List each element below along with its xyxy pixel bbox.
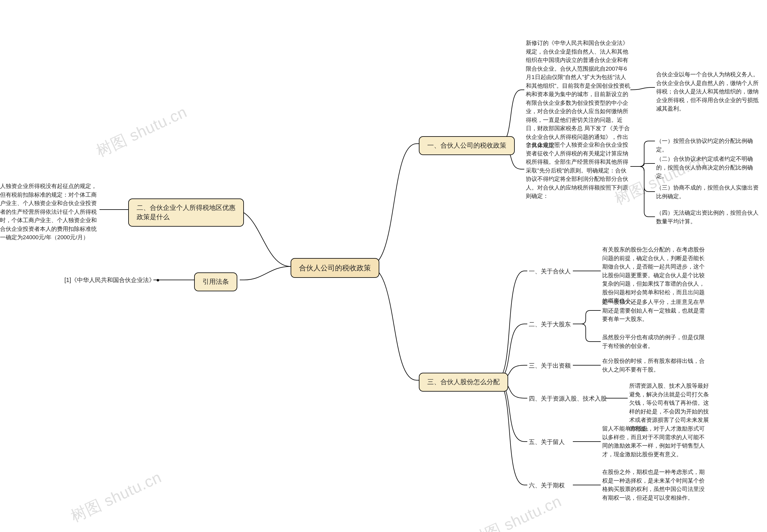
branch-1-l2: （二）合伙协议未约定或者约定不明确的，按照合伙人协商决定的分配比例确定。 (656, 155, 764, 181)
sub-5-title: 五、关于留人 (529, 438, 565, 446)
sub-3-title: 三、关于出资额 (529, 362, 571, 370)
branch-2-text: 人独资企业所得税没有起征点的规定，但有税前扣除标准的规定：对个体工商户业主、个人… (0, 182, 100, 242)
branch-1[interactable]: 一、合伙人公司的税收政策 (419, 136, 515, 155)
sub-5-text: 留人不能单靠股份，对于人才激励形式可以多样些，而且对于不同需求的人可能不同的激励… (602, 425, 707, 459)
sub-2-t1: 是一股独大还是多人平分，土匪意见在早期还是需要创始人有一定独裁，也就是需要有单一… (602, 298, 707, 324)
sub-1-title: 一、关于合伙人 (529, 267, 571, 275)
branch-3-title: 三、合伙人股份怎么分配 (427, 378, 500, 386)
watermark: 树图 shutu.cn (67, 467, 165, 527)
branch-ref-title: 引用法条 (203, 278, 229, 285)
connector-dot-icon (157, 279, 159, 281)
branch-3[interactable]: 三、合伙人股份怎么分配 (419, 373, 508, 392)
branch-ref[interactable]: 引用法条 (194, 272, 237, 291)
root-title: 合伙人公司的税收政策 (299, 264, 371, 272)
watermark: 树图 shutu.cn (93, 101, 190, 162)
branch-1-title: 一、合伙人公司的税收政策 (427, 142, 506, 149)
branch-1-l4: （四）无法确定出资比例的，按照合伙人数量平均计算。 (656, 209, 764, 226)
root-node[interactable]: 合伙人公司的税收政策 (291, 258, 379, 278)
sub-2-title: 二、关于大股东 (529, 320, 571, 328)
sub-2-t2: 虽然股分平分也有成功的例子，但是仅限于有经验的创业者。 (602, 333, 707, 350)
branch-1-l1: （一）按照合伙协议约定的分配比例确定。 (656, 137, 764, 154)
branch-2-subtitle: 政策是什么 (137, 213, 169, 221)
sub-6-text: 在股份之外，期权也是一种考虑形式，期权是一种选择权，是未来某个时间某个价格购买股… (602, 468, 707, 502)
branch-1-p1a: 合伙企业以每一个合伙人为纳税义务人。合伙企业合伙人是自然人的，缴纳个人所得税；合… (656, 70, 760, 113)
watermark: 树图 shutu.cn (467, 491, 565, 532)
sub-3-text: 在分股份的时候，所有股东都得出钱，合伙人之间不要有干股。 (602, 357, 707, 374)
sub-6-title: 六、关于期权 (529, 481, 565, 489)
branch-1-l3: （三）协商不成的，按照合伙人实缴出资比例确定。 (656, 184, 764, 201)
branch-ref-text: [1]《中华人民共和国合伙企业法》 (64, 276, 161, 284)
sub-4-title: 四、关于资源入股、技术入股 (529, 395, 607, 403)
branch-1-p1: 新修订的《中华人民共和国合伙企业法》规定，合伙企业是指自然人、法人和其他组织在中… (526, 39, 631, 150)
branch-2[interactable]: 二、合伙企业个人所得税地区优惠 政策是什么 (128, 198, 244, 227)
branch-2-title: 二、合伙企业个人所得税地区优惠 (137, 204, 236, 211)
branch-1-p2: 合伙企业按照个人独资企业和合伙企业投资者征收个人所得税的有关规定计算应纳税所得额… (526, 141, 631, 201)
sub-1-text: 有关股东的股份怎么分配的，在考虑股份问题的前提，确定合伙人，判断是否能长期做合伙… (602, 245, 707, 305)
mindmap-canvas: 树图 shutu.cn 树图 shutu.cn 树图 shutu.cn 树图 s… (0, 0, 767, 532)
